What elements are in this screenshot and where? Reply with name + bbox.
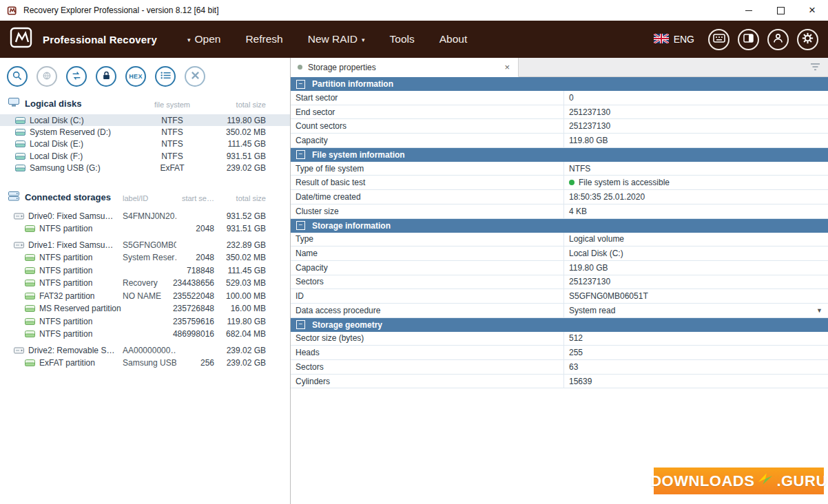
partition-row[interactable]: NTFS partition2048931.51 GB — [0, 222, 290, 235]
drive-icon — [14, 346, 24, 355]
close-icon: × — [809, 3, 816, 17]
downloads-guru-watermark[interactable]: DOWNLOADS .GURU — [654, 468, 824, 494]
menu-about[interactable]: About — [439, 33, 468, 45]
filter-button[interactable] — [803, 58, 828, 76]
property-row: Sectors63 — [291, 360, 828, 375]
disk-icon — [15, 116, 25, 125]
maximize-icon — [777, 7, 785, 14]
tab-storage-properties[interactable]: Storage properties × — [291, 58, 519, 77]
property-value: 0 — [564, 91, 828, 105]
drive-row[interactable]: Drive0: Fixed Samsu…S4FMNJ0N20…931.52 GB — [0, 209, 290, 222]
brand-title: Professional Recovery — [43, 34, 157, 45]
maximize-button[interactable] — [765, 0, 796, 21]
lock-icon — [101, 70, 112, 83]
logical-disks-header: Logical disks file system total size — [0, 98, 290, 112]
section-header[interactable]: −Storage geometry — [291, 318, 828, 332]
settings-button[interactable] — [797, 29, 818, 50]
hotkeys-button[interactable] — [708, 29, 729, 50]
property-row: Heads255 — [291, 346, 828, 360]
partition-icon — [25, 266, 35, 275]
column-total-size: total size — [216, 101, 266, 109]
property-label: Sectors — [291, 275, 564, 289]
tab-status-dot-icon — [298, 65, 302, 70]
minimize-button[interactable] — [733, 0, 765, 21]
disk-icon — [15, 152, 25, 160]
partition-row[interactable]: MS Reserved partition23572684816.00 MB — [0, 302, 290, 315]
property-value: File system is accessible — [564, 176, 828, 189]
property-label: Date/time created — [291, 190, 564, 204]
disk-icon — [15, 128, 25, 136]
logical-disk-row[interactable]: Samsung USB (G:)ExFAT239.02 GB — [0, 162, 290, 174]
uk-flag-icon — [654, 34, 669, 45]
account-button[interactable] — [767, 29, 789, 50]
property-row: Capacity119.80 GB — [291, 134, 828, 148]
property-value: 251237130 — [564, 105, 828, 119]
property-value: 512 — [564, 332, 828, 346]
logical-disks-icon — [8, 98, 19, 109]
layout-toggle-button[interactable] — [738, 29, 759, 50]
partition-row[interactable]: NTFS partition718848111.45 GB — [0, 264, 290, 277]
brand-logo-icon — [8, 25, 36, 53]
partition-row[interactable]: ExFAT partitionSamsung USB256239.02 GB — [0, 357, 290, 370]
drive-row[interactable]: Drive1: Fixed Samsu…S5GFNG0MB0…232.89 GB — [0, 238, 290, 251]
close-view-button[interactable] — [185, 66, 205, 87]
property-value[interactable]: System read▼ — [564, 304, 828, 317]
app-logo-icon — [7, 6, 18, 16]
partition-row[interactable]: FAT32 partitionNO NAME235522048100.00 MB — [0, 289, 290, 302]
hex-icon: HEX — [129, 73, 142, 80]
partition-icon — [25, 292, 35, 300]
logical-disk-row[interactable]: System Reserved (D:)NTFS350.02 MB — [0, 126, 290, 138]
partition-icon — [25, 279, 35, 287]
window-title: Recovery Explorer Professional - version… — [23, 6, 218, 15]
property-row: Result of basic testFile system is acces… — [291, 176, 828, 190]
collapse-icon[interactable]: − — [296, 221, 305, 230]
menu-tools[interactable]: Tools — [390, 33, 415, 45]
partition-row[interactable]: NTFS partitionSystem Reser…2048350.02 MB — [0, 251, 290, 264]
connected-storages-title: Connected storages — [25, 192, 111, 202]
property-label: Heads — [291, 346, 564, 359]
menu-open[interactable]: ▾Open — [187, 33, 220, 45]
partition-row[interactable]: NTFS partitionRecovery234438656529.03 MB — [0, 277, 290, 290]
property-row: End sector251237130 — [291, 105, 828, 120]
property-value: 119.80 GB — [564, 134, 828, 147]
clone-button[interactable] — [66, 66, 87, 87]
dropdown-caret-icon[interactable]: ▼ — [816, 307, 822, 314]
search-icon — [12, 70, 23, 83]
partition-icon — [25, 224, 35, 233]
language-label: ENG — [674, 34, 694, 45]
logical-disks-title: Logical disks — [25, 98, 81, 109]
collapse-icon[interactable]: − — [296, 150, 305, 159]
search-button[interactable] — [7, 66, 28, 87]
menu-refresh[interactable]: Refresh — [245, 33, 282, 45]
tab-bar: Storage properties × — [291, 58, 828, 77]
section-header[interactable]: −Partition information — [291, 77, 828, 91]
logical-disk-row[interactable]: Local Disk (C:)NTFS119.80 GB — [0, 114, 290, 126]
partition-row[interactable]: NTFS partition486998016682.04 MB — [0, 328, 290, 341]
collapse-icon[interactable]: − — [296, 80, 305, 89]
partition-row[interactable]: NTFS partition235759616119.80 GB — [0, 315, 290, 328]
section-header[interactable]: −File system information — [291, 148, 828, 162]
close-button[interactable]: × — [796, 0, 828, 21]
logical-disk-row[interactable]: Local Disk (F:)NTFS931.51 GB — [0, 150, 290, 162]
section-header[interactable]: −Storage information — [291, 219, 828, 233]
properties-list-button[interactable] — [155, 66, 176, 87]
drive-icon — [14, 241, 24, 249]
menu-new-raid[interactable]: New RAID▾ — [308, 33, 365, 45]
lock-button[interactable] — [96, 66, 116, 87]
property-label: Name — [291, 246, 564, 260]
property-row: Capacity119.80 GB — [291, 261, 828, 275]
logical-disk-row[interactable]: Local Disk (E:)NTFS111.45 GB — [0, 138, 290, 150]
partition-icon — [25, 304, 35, 313]
language-selector[interactable]: ENG — [654, 34, 694, 45]
drive-row[interactable]: Drive2: Removable S…AA00000000…239.02 GB — [0, 344, 290, 357]
property-value: 251237130 — [564, 119, 828, 133]
tab-close-icon[interactable]: × — [503, 62, 511, 72]
brand: Professional Recovery — [0, 25, 157, 53]
property-row: Data access procedureSystem read▼ — [291, 304, 828, 318]
collapse-icon[interactable]: − — [296, 320, 305, 329]
connections-button[interactable] — [37, 66, 57, 87]
hex-viewer-button[interactable]: HEX — [125, 66, 146, 87]
x-icon — [191, 71, 200, 82]
property-value: 63 — [564, 360, 828, 374]
property-value: Logical volume — [564, 233, 828, 246]
